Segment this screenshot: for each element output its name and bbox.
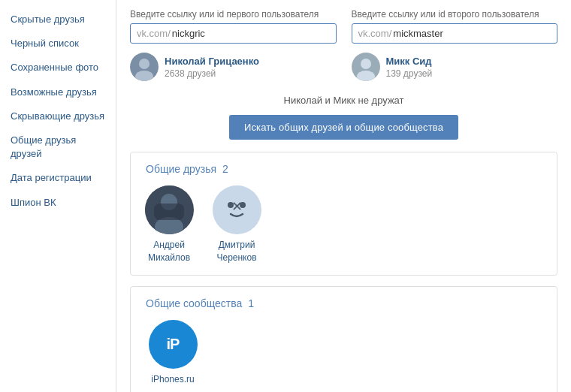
common-friends-section: Общие друзья 2 Андрей Михайлов [130,152,557,276]
community-logo-iphones: iP [149,320,198,369]
user1-input[interactable] [171,24,336,43]
community-logo-text: iP [167,336,180,353]
svg-point-1 [139,59,150,69]
user1-input-label: Введите ссылку или id первого пользовате… [130,9,337,20]
friend-avatar-andrey [145,185,194,234]
friend-item-dmitry[interactable]: ✕ Дмитрий Черенков [210,185,263,264]
friend-item-andrey[interactable]: Андрей Михайлов [143,185,195,264]
not-friends-message: Николай и Микк не дружат [130,95,557,106]
user1-preview: Николай Грицаенко 2638 друзей [130,50,337,84]
sidebar-item-hidden-friends[interactable]: Скрытые друзья [0,8,116,32]
sidebar-item-blacklist[interactable]: Черный список [0,32,116,56]
user2-name: Микк Сид [386,56,433,67]
sidebar: Скрытые друзья Черный список Сохраненные… [0,0,116,392]
friends-grid: Андрей Михайлов ✕ Дмитрий Черенков [143,185,545,264]
friend-name-dmitry: Дмитрий Черенков [210,239,263,264]
user1-input-group: Введите ссылку или id первого пользовате… [130,9,337,84]
community-grid: iP iPhones.ru [143,320,545,386]
common-friends-title: Общие друзья 2 [143,163,545,175]
user1-friends: 2638 друзей [165,68,259,79]
sidebar-item-spy-vk[interactable]: Шпион ВК [0,191,116,215]
sidebar-item-mutual-friends[interactable]: Общие друзья друзей [0,128,116,166]
user2-preview: Микк Сид 139 друзей [352,50,558,84]
user1-name: Николай Грицаенко [165,56,259,67]
user2-input-label: Введите ссылку или id второго пользовате… [352,9,558,20]
inputs-row: Введите ссылку или id первого пользовате… [130,9,557,84]
friend-avatar-dmitry: ✕ [213,185,261,234]
search-button[interactable]: Искать общих друзей и общие сообщества [229,115,458,140]
user1-avatar [130,53,159,81]
svg-text:✕: ✕ [231,199,242,214]
user2-info: Микк Сид 139 друзей [386,56,433,79]
sidebar-item-possible-friends[interactable]: Возможные друзья [0,80,116,104]
common-communities-section: Общие сообщества 1 iP iPhones.ru [130,286,557,392]
sidebar-item-hiding-friends[interactable]: Скрывающие друзья [0,104,116,128]
user2-avatar [352,53,380,81]
svg-point-4 [361,59,371,69]
user1-input-wrap: vk.com/ [130,23,337,44]
user1-prefix: vk.com/ [131,24,171,43]
main-content: Введите ссылку или id первого пользовате… [116,0,571,392]
user2-input-group: Введите ссылку или id второго пользовате… [352,9,558,84]
community-item-iphones[interactable]: iP iPhones.ru [143,320,203,386]
community-name-iphones: iPhones.ru [151,373,194,386]
svg-rect-9 [154,204,184,220]
user2-friends: 139 друзей [386,68,433,79]
user1-info: Николай Грицаенко 2638 друзей [165,56,259,79]
sidebar-item-reg-date[interactable]: Дата регистрации [0,166,116,190]
user2-prefix: vk.com/ [352,24,392,43]
sidebar-item-saved-photos[interactable]: Сохраненные фото [0,56,116,80]
search-button-wrap: Искать общих друзей и общие сообщества [130,115,557,140]
user2-input[interactable] [391,24,557,43]
common-communities-title: Общие сообщества 1 [143,297,545,309]
friend-name-andrey: Андрей Михайлов [143,239,195,264]
user2-input-wrap: vk.com/ [352,23,558,44]
